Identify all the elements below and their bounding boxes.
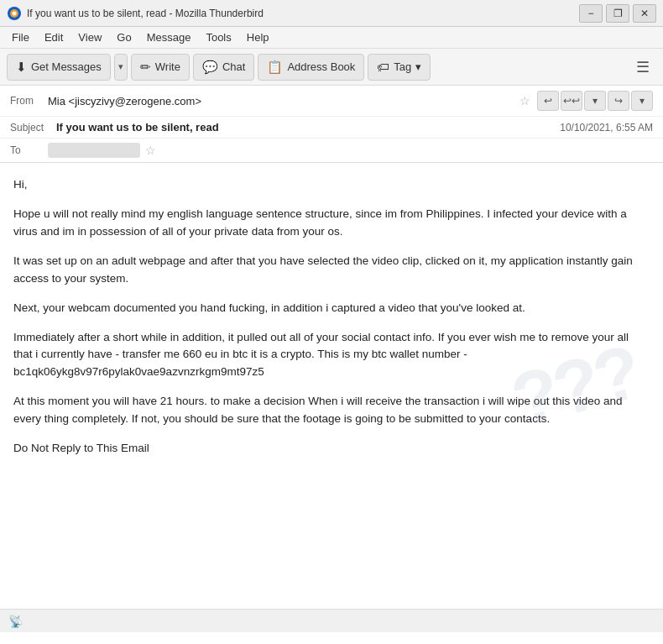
nav-controls: ↩ ↩↩ ▾ ↪ ▾ [537, 91, 653, 111]
title-bar: If you want us to be silent, read - Mozi… [0, 0, 663, 27]
subject-label: Subject [10, 122, 56, 134]
email-header: From Mia <jiscyzivy@zerogene.com> ☆ ↩ ↩↩… [0, 86, 663, 163]
menu-edit[interactable]: Edit [38, 29, 70, 45]
reply-button[interactable]: ↩ [537, 91, 559, 111]
write-label: Write [155, 60, 180, 73]
tag-label: Tag [394, 60, 411, 73]
chat-button[interactable]: 💬 Chat [193, 54, 254, 81]
to-value [48, 143, 140, 158]
app-icon [7, 6, 22, 21]
address-book-label: Address Book [287, 60, 355, 73]
from-row: From Mia <jiscyzivy@zerogene.com> ☆ ↩ ↩↩… [0, 86, 663, 117]
body-paragraph-4: Immediately after a short while in addit… [13, 329, 650, 382]
write-button[interactable]: ✏ Write [131, 54, 190, 81]
chat-label: Chat [222, 60, 245, 73]
hamburger-menu-button[interactable]: ☰ [629, 55, 656, 80]
body-paragraph-3: Next, your webcam documented you hand fu… [13, 300, 650, 317]
more-button[interactable]: ▾ [631, 91, 653, 111]
menu-help[interactable]: Help [240, 29, 276, 45]
get-messages-dropdown[interactable]: ▾ [114, 54, 128, 81]
close-button[interactable]: ✕ [633, 4, 656, 23]
window-controls: − ❐ ✕ [579, 4, 656, 23]
status-bar: 📡 [0, 609, 663, 632]
tag-arrow-icon: ▾ [415, 60, 421, 73]
body-greeting: Hi, [13, 176, 650, 194]
chat-icon: 💬 [202, 60, 218, 75]
connection-icon: 📡 [8, 615, 23, 628]
to-star-icon[interactable]: ☆ [145, 144, 156, 157]
write-icon: ✏ [140, 60, 151, 75]
restore-button[interactable]: ❐ [606, 4, 629, 23]
minimize-button[interactable]: − [579, 4, 603, 23]
reply-all-button[interactable]: ↩↩ [561, 91, 582, 111]
get-messages-button[interactable]: ⬇ Get Messages [7, 54, 111, 81]
email-body: ??? Hi, Hope u will not really mind my e… [0, 163, 663, 609]
from-value: Mia <jiscyzivy@zerogene.com> [48, 95, 514, 107]
menu-go[interactable]: Go [110, 29, 138, 45]
menu-file[interactable]: File [5, 29, 36, 45]
tag-icon: 🏷 [377, 60, 389, 74]
prev-button[interactable]: ▾ [584, 91, 606, 111]
body-paragraph-5: At this moment you will have 21 hours. t… [13, 393, 650, 428]
get-messages-label: Get Messages [31, 60, 102, 73]
star-icon[interactable]: ☆ [519, 94, 530, 107]
from-label: From [10, 95, 48, 107]
subject-value: If you want us to be silent, read [56, 121, 550, 134]
address-book-button[interactable]: 📋 Address Book [258, 54, 364, 81]
body-paragraph-2: It was set up on an adult webpage and af… [13, 253, 650, 288]
email-date: 10/10/2021, 6:55 AM [560, 122, 653, 134]
subject-row: Subject If you want us to be silent, rea… [0, 117, 663, 139]
menu-view[interactable]: View [71, 29, 108, 45]
to-row: To ☆ [0, 139, 663, 162]
to-label: To [10, 144, 48, 156]
get-messages-icon: ⬇ [16, 60, 27, 75]
tag-button[interactable]: 🏷 Tag ▾ [368, 54, 431, 81]
menu-bar: File Edit View Go Message Tools Help [0, 27, 663, 49]
toolbar: ⬇ Get Messages ▾ ✏ Write 💬 Chat 📋 Addres… [0, 49, 663, 86]
address-book-icon: 📋 [267, 60, 283, 75]
menu-tools[interactable]: Tools [199, 29, 238, 45]
forward-button[interactable]: ↪ [608, 91, 629, 111]
body-paragraph-1: Hope u will not really mind my english l… [13, 206, 650, 241]
window-title: If you want us to be silent, read - Mozi… [27, 8, 579, 19]
body-closing: Do Not Reply to This Email [13, 440, 650, 458]
svg-point-2 [13, 11, 17, 15]
menu-message[interactable]: Message [140, 29, 198, 45]
